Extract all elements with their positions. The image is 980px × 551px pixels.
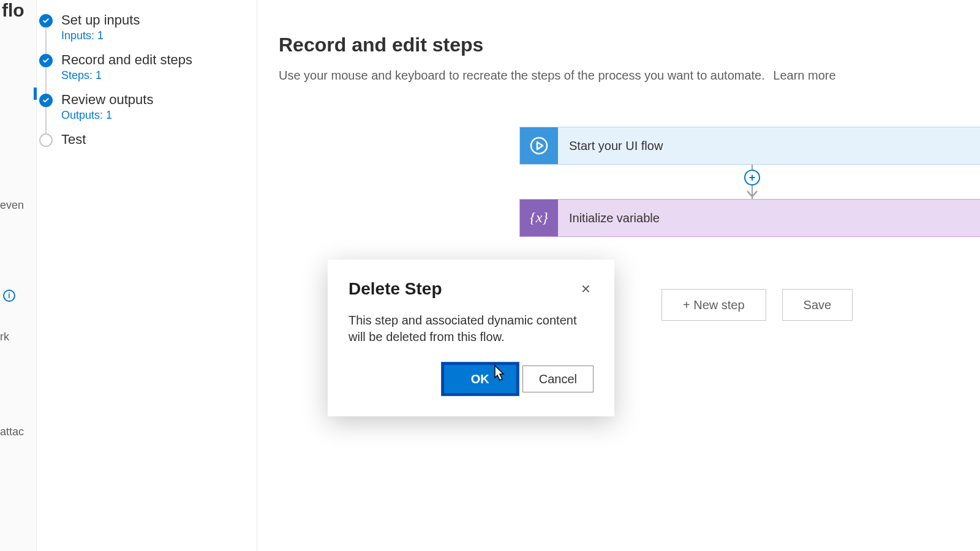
step-label: Set up inputs bbox=[61, 12, 140, 28]
stepper-sidebar: Set up inputs Inputs: 1 Record and edit … bbox=[37, 0, 257, 551]
step-subtext: Outputs: 1 bbox=[61, 109, 153, 122]
svg-text:{x}: {x} bbox=[530, 209, 548, 225]
stepper-list: Set up inputs Inputs: 1 Record and edit … bbox=[37, 7, 257, 152]
page-description-text: Use your mouse and keyboard to recreate … bbox=[279, 69, 765, 82]
new-step-button[interactable]: + New step bbox=[662, 289, 766, 321]
save-button[interactable]: Save bbox=[782, 289, 853, 321]
dialog-title: Delete Step bbox=[349, 279, 442, 299]
flow-connector: + bbox=[519, 165, 980, 199]
flow-canvas: Start your UI flow + {x} Initialize vari… bbox=[519, 127, 980, 237]
flow-card-label: Start your UI flow bbox=[558, 127, 980, 164]
stepper-item-setup-inputs[interactable]: Set up inputs Inputs: 1 bbox=[37, 7, 257, 47]
play-icon bbox=[520, 127, 558, 164]
page-title: Record and edit steps bbox=[279, 34, 980, 56]
step-label: Test bbox=[61, 132, 86, 148]
check-icon bbox=[39, 14, 53, 28]
info-icon[interactable]: i bbox=[3, 290, 15, 302]
rail-item[interactable]: even bbox=[0, 199, 24, 212]
learn-more-link[interactable]: Learn more bbox=[773, 69, 835, 82]
rail-title-fragment: a flo bbox=[0, 0, 24, 21]
step-label: Review outputs bbox=[61, 92, 153, 108]
add-step-button[interactable]: + bbox=[744, 170, 760, 186]
rail-item[interactable]: rk bbox=[0, 331, 9, 343]
empty-bullet-icon bbox=[39, 133, 53, 147]
dialog-body: This step and associated dynamic content… bbox=[349, 312, 594, 345]
svg-point-0 bbox=[531, 138, 547, 154]
delete-step-dialog: Delete Step ✕ This step and associated d… bbox=[328, 260, 614, 416]
rail-item[interactable]: attac bbox=[0, 425, 24, 438]
variable-icon: {x} bbox=[520, 200, 558, 236]
stepper-item-test[interactable]: Test bbox=[37, 127, 257, 152]
page-description: Use your mouse and keyboard to recreate … bbox=[279, 69, 980, 83]
stepper-item-record-edit[interactable]: Record and edit steps Steps: 1 bbox=[37, 47, 257, 87]
check-icon bbox=[39, 94, 53, 107]
flow-card-label: Initialize variable bbox=[558, 200, 980, 236]
step-subtext: Inputs: 1 bbox=[61, 29, 140, 42]
ok-button[interactable]: OK bbox=[442, 362, 519, 395]
close-icon[interactable]: ✕ bbox=[578, 280, 594, 298]
check-icon bbox=[39, 54, 53, 67]
step-subtext: Steps: 1 bbox=[61, 69, 192, 82]
stepper-selection-indicator bbox=[34, 88, 37, 100]
flow-actions-row: + New step Save bbox=[662, 289, 980, 321]
cancel-button[interactable]: Cancel bbox=[522, 365, 594, 392]
flow-card-start[interactable]: Start your UI flow bbox=[519, 127, 980, 165]
chevron-down-icon bbox=[747, 189, 758, 200]
stepper-item-review-outputs[interactable]: Review outputs Outputs: 1 bbox=[37, 87, 257, 127]
flow-card-initialize-variable[interactable]: {x} Initialize variable bbox=[519, 199, 980, 237]
app-left-rail: a flo even i rk attac bbox=[0, 0, 37, 551]
step-label: Record and edit steps bbox=[61, 52, 192, 68]
